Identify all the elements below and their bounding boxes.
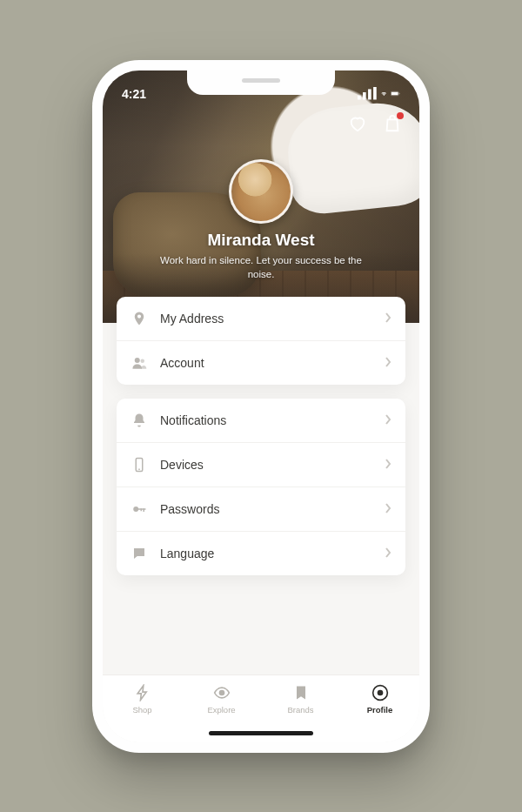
profile-icon — [371, 684, 389, 701]
key-icon — [130, 500, 148, 518]
tab-profile[interactable]: Profile — [340, 684, 419, 715]
phone-frame: 4:21 Miranda West Work hard in silence — [92, 60, 430, 753]
svg-rect-13 — [144, 508, 145, 512]
row-label: Language — [160, 547, 372, 560]
favorites-button[interactable] — [348, 114, 367, 137]
tab-shop[interactable]: Shop — [103, 684, 182, 715]
wifi-icon — [381, 89, 387, 99]
signal-icon — [358, 87, 377, 99]
chat-icon — [130, 545, 148, 562]
svg-rect-5 — [392, 92, 398, 95]
row-label: My Address — [160, 312, 372, 325]
settings-list: My Address Account Notifications — [103, 297, 419, 674]
heart-icon — [348, 114, 367, 133]
tab-brands[interactable]: Brands — [261, 684, 340, 715]
profile-name: Miranda West — [103, 231, 419, 250]
bookmark-icon — [292, 684, 310, 701]
eye-icon — [213, 684, 231, 701]
chevron-right-icon — [385, 546, 392, 561]
svg-point-11 — [133, 507, 138, 512]
notch — [187, 70, 335, 95]
tab-label: Shop — [132, 705, 151, 715]
status-right — [358, 87, 400, 99]
tab-explore[interactable]: Explore — [182, 684, 261, 715]
screen: 4:21 Miranda West Work hard in silence — [103, 70, 419, 742]
svg-rect-0 — [358, 96, 361, 100]
home-indicator[interactable] — [209, 731, 313, 735]
tab-bar: Shop Explore Brands Profile — [103, 674, 419, 742]
avatar[interactable] — [229, 159, 293, 224]
cart-badge — [397, 112, 404, 119]
bell-icon — [130, 412, 148, 429]
chevron-right-icon — [385, 457, 392, 473]
tab-label: Brands — [287, 705, 313, 715]
row-language[interactable]: Language — [117, 531, 405, 575]
tab-label: Explore — [207, 705, 235, 715]
chevron-right-icon — [385, 311, 392, 326]
profile-header: 4:21 Miranda West Work hard in silence — [103, 70, 419, 323]
row-label: Account — [160, 356, 372, 370]
settings-group-2: Notifications Devices Passwords — [117, 399, 405, 575]
chevron-right-icon — [385, 501, 392, 517]
svg-rect-3 — [373, 87, 377, 99]
chevron-right-icon — [385, 355, 392, 371]
row-label: Passwords — [160, 502, 372, 516]
tab-label: Profile — [367, 705, 393, 715]
status-time: 4:21 — [122, 87, 146, 101]
chevron-right-icon — [385, 413, 392, 428]
svg-rect-2 — [368, 90, 371, 100]
bolt-icon — [134, 684, 151, 701]
row-account[interactable]: Account — [117, 340, 405, 385]
row-passwords[interactable]: Passwords — [117, 487, 405, 531]
settings-group-1: My Address Account — [117, 297, 405, 385]
people-icon — [130, 354, 148, 372]
svg-rect-1 — [363, 92, 366, 99]
row-label: Devices — [160, 458, 372, 472]
svg-point-8 — [141, 359, 145, 363]
row-devices[interactable]: Devices — [117, 442, 405, 487]
battery-icon — [391, 89, 400, 98]
row-label: Notifications — [160, 413, 372, 427]
svg-point-17 — [377, 689, 383, 695]
svg-rect-14 — [141, 508, 143, 511]
device-icon — [130, 456, 148, 473]
row-my-address[interactable]: My Address — [117, 297, 405, 340]
location-pin-icon — [130, 310, 148, 327]
row-notifications[interactable]: Notifications — [117, 399, 405, 442]
cart-button[interactable] — [383, 114, 402, 137]
svg-point-7 — [135, 358, 140, 363]
profile-bio: Work hard in silence. Let your success b… — [146, 253, 376, 282]
svg-rect-6 — [399, 92, 400, 94]
svg-point-15 — [219, 690, 224, 695]
